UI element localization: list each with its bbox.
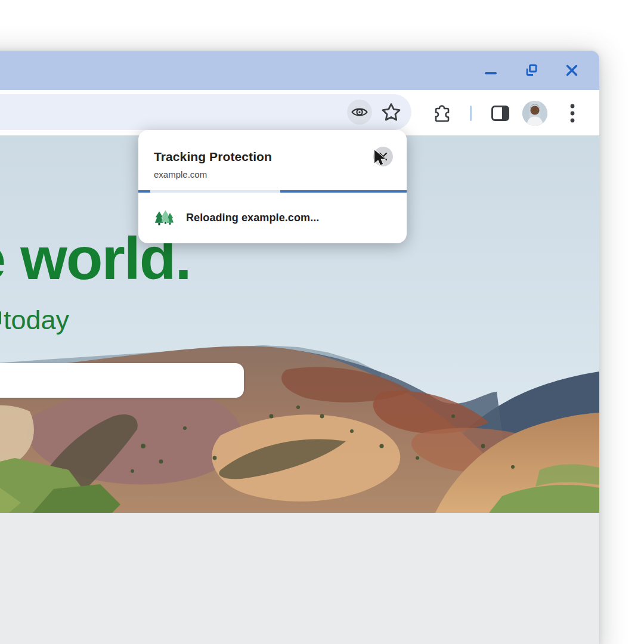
popup-title: Tracking Protection: [154, 150, 272, 164]
browser-menu-button[interactable]: [565, 90, 580, 136]
close-window-button[interactable]: [565, 63, 579, 78]
progress-segment: [150, 190, 280, 193]
page-search-input[interactable]: [0, 363, 244, 398]
tracking-protection-button[interactable]: [347, 100, 372, 125]
profile-avatar: [522, 101, 547, 126]
kebab-menu-icon: [570, 104, 575, 123]
minimize-icon: [484, 64, 497, 77]
bookmark-button[interactable]: [382, 103, 401, 122]
progress-segment: [138, 190, 150, 193]
side-panel-button[interactable]: [491, 90, 509, 136]
close-icon: [565, 64, 578, 77]
popup-header: Tracking Protection example.com: [138, 130, 407, 190]
browser-toolbar: [0, 90, 599, 136]
window-titlebar[interactable]: [0, 51, 599, 90]
screenshot-canvas: e world. today Tracking Protection examp…: [0, 0, 644, 644]
progress-segment: [280, 190, 407, 193]
tracking-protection-popup: Tracking Protection example.com Relo: [138, 130, 407, 243]
profile-button[interactable]: [522, 90, 547, 136]
clipped-letter-fragment: [0, 311, 1, 324]
mouse-cursor-arrow: [373, 149, 390, 168]
address-bar[interactable]: [0, 94, 411, 130]
popup-domain: example.com: [154, 169, 207, 179]
reload-progress-bar: [138, 190, 407, 193]
popup-status-text: Reloading example.com...: [186, 212, 319, 224]
bookmark-star-icon: [382, 103, 401, 122]
window-controls: [484, 51, 579, 90]
extensions-button[interactable]: [432, 90, 452, 136]
page-subheading-fragment: today: [4, 306, 69, 333]
toolbar-divider: [469, 90, 472, 136]
popup-body: Reloading example.com...: [138, 193, 407, 243]
extensions-puzzle-icon: [433, 104, 451, 122]
eye-tracking-protection-icon: [351, 106, 369, 119]
restore-button[interactable]: [524, 63, 538, 78]
side-panel-icon: [491, 106, 509, 121]
evergreen-trees-icon: [154, 210, 174, 226]
minimize-button[interactable]: [484, 63, 498, 78]
restore-icon: [525, 64, 538, 77]
